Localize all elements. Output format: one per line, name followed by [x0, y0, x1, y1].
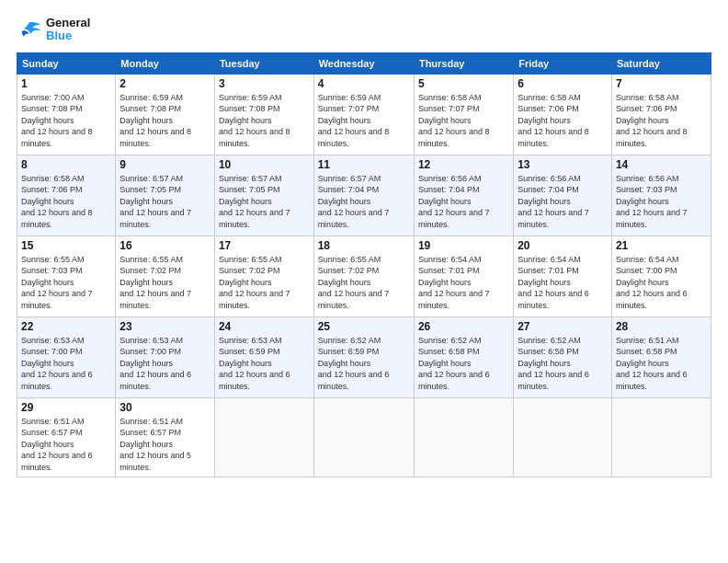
day-number: 27 [518, 320, 608, 333]
day-number: 3 [219, 77, 310, 90]
day-number: 18 [318, 239, 410, 252]
day-info: Sunrise: 6:53 AM Sunset: 6:59 PM Dayligh… [219, 335, 310, 393]
calendar-cell: 7 Sunrise: 6:58 AM Sunset: 7:06 PM Dayli… [611, 74, 711, 155]
day-info: Sunrise: 6:51 AM Sunset: 6:58 PM Dayligh… [616, 335, 707, 393]
calendar-header-row: Sunday Monday Tuesday Wednesday Thursday… [17, 52, 711, 74]
calendar-cell [214, 397, 313, 477]
calendar-cell: 6 Sunrise: 6:58 AM Sunset: 7:06 PM Dayli… [514, 74, 612, 155]
calendar-cell: 11 Sunrise: 6:57 AM Sunset: 7:04 PM Dayl… [313, 155, 414, 236]
day-number: 6 [518, 77, 608, 90]
calendar-cell: 24 Sunrise: 6:53 AM Sunset: 6:59 PM Dayl… [214, 316, 313, 397]
day-info: Sunrise: 6:58 AM Sunset: 7:06 PM Dayligh… [21, 173, 111, 231]
calendar-cell: 30 Sunrise: 6:51 AM Sunset: 6:57 PM Dayl… [116, 397, 215, 477]
day-info: Sunrise: 6:52 AM Sunset: 6:59 PM Dayligh… [318, 335, 410, 393]
day-number: 13 [518, 158, 608, 171]
day-number: 11 [318, 158, 410, 171]
calendar-cell: 2 Sunrise: 6:59 AM Sunset: 7:08 PM Dayli… [116, 74, 215, 155]
day-info: Sunrise: 6:56 AM Sunset: 7:03 PM Dayligh… [616, 173, 707, 231]
calendar-cell: 14 Sunrise: 6:56 AM Sunset: 7:03 PM Dayl… [611, 155, 711, 236]
day-number: 4 [318, 77, 410, 90]
calendar-cell: 29 Sunrise: 6:51 AM Sunset: 6:57 PM Dayl… [17, 397, 116, 477]
day-info: Sunrise: 6:58 AM Sunset: 7:06 PM Dayligh… [518, 92, 608, 150]
calendar-cell: 15 Sunrise: 6:55 AM Sunset: 7:03 PM Dayl… [17, 236, 116, 316]
day-number: 19 [418, 239, 509, 252]
logo-text: General Blue [46, 17, 90, 43]
page: General Blue Sunday Monday Tuesday Wedne… [0, 0, 728, 563]
day-number: 5 [418, 77, 509, 90]
day-number: 17 [219, 239, 310, 252]
day-number: 22 [21, 320, 111, 333]
calendar-cell: 1 Sunrise: 7:00 AM Sunset: 7:08 PM Dayli… [17, 74, 116, 155]
calendar-cell: 26 Sunrise: 6:52 AM Sunset: 6:58 PM Dayl… [414, 316, 513, 397]
day-number: 24 [219, 320, 310, 333]
day-info: Sunrise: 6:59 AM Sunset: 7:07 PM Dayligh… [318, 92, 410, 150]
day-info: Sunrise: 7:00 AM Sunset: 7:08 PM Dayligh… [21, 92, 111, 150]
day-info: Sunrise: 6:59 AM Sunset: 7:08 PM Dayligh… [119, 92, 210, 150]
col-tuesday: Tuesday [214, 52, 313, 74]
calendar-cell: 8 Sunrise: 6:58 AM Sunset: 7:06 PM Dayli… [17, 155, 116, 236]
day-number: 20 [518, 239, 608, 252]
logo-icon [17, 19, 42, 40]
calendar-cell: 16 Sunrise: 6:55 AM Sunset: 7:02 PM Dayl… [116, 236, 215, 316]
calendar-cell: 23 Sunrise: 6:53 AM Sunset: 7:00 PM Dayl… [116, 316, 215, 397]
calendar-cell: 10 Sunrise: 6:57 AM Sunset: 7:05 PM Dayl… [214, 155, 313, 236]
col-thursday: Thursday [414, 52, 513, 74]
day-number: 30 [119, 401, 210, 414]
calendar-cell [611, 397, 711, 477]
day-number: 15 [21, 239, 111, 252]
header: General Blue [17, 17, 711, 43]
day-info: Sunrise: 6:57 AM Sunset: 7:05 PM Dayligh… [219, 173, 310, 231]
calendar-cell [313, 397, 414, 477]
calendar-cell: 18 Sunrise: 6:55 AM Sunset: 7:02 PM Dayl… [313, 236, 414, 316]
day-number: 7 [616, 77, 707, 90]
calendar-cell: 28 Sunrise: 6:51 AM Sunset: 6:58 PM Dayl… [611, 316, 711, 397]
day-number: 10 [219, 158, 310, 171]
day-info: Sunrise: 6:55 AM Sunset: 7:02 PM Dayligh… [318, 254, 410, 312]
day-info: Sunrise: 6:51 AM Sunset: 6:57 PM Dayligh… [119, 416, 210, 474]
calendar-cell: 3 Sunrise: 6:59 AM Sunset: 7:08 PM Dayli… [214, 74, 313, 155]
calendar-table: Sunday Monday Tuesday Wednesday Thursday… [17, 52, 711, 477]
logo: General Blue [17, 17, 90, 43]
calendar-cell: 25 Sunrise: 6:52 AM Sunset: 6:59 PM Dayl… [313, 316, 414, 397]
day-number: 28 [616, 320, 707, 333]
day-info: Sunrise: 6:52 AM Sunset: 6:58 PM Dayligh… [518, 335, 608, 393]
col-wednesday: Wednesday [313, 52, 414, 74]
day-number: 25 [318, 320, 410, 333]
calendar-cell: 20 Sunrise: 6:54 AM Sunset: 7:01 PM Dayl… [514, 236, 612, 316]
calendar-cell [414, 397, 513, 477]
calendar-cell: 17 Sunrise: 6:55 AM Sunset: 7:02 PM Dayl… [214, 236, 313, 316]
day-number: 21 [616, 239, 707, 252]
day-info: Sunrise: 6:54 AM Sunset: 7:00 PM Dayligh… [616, 254, 707, 312]
day-number: 23 [119, 320, 210, 333]
day-info: Sunrise: 6:59 AM Sunset: 7:08 PM Dayligh… [219, 92, 310, 150]
day-info: Sunrise: 6:56 AM Sunset: 7:04 PM Dayligh… [418, 173, 509, 231]
calendar-cell: 22 Sunrise: 6:53 AM Sunset: 7:00 PM Dayl… [17, 316, 116, 397]
calendar-cell: 4 Sunrise: 6:59 AM Sunset: 7:07 PM Dayli… [313, 74, 414, 155]
day-number: 1 [21, 77, 111, 90]
day-info: Sunrise: 6:56 AM Sunset: 7:04 PM Dayligh… [518, 173, 608, 231]
calendar-cell: 12 Sunrise: 6:56 AM Sunset: 7:04 PM Dayl… [414, 155, 513, 236]
day-info: Sunrise: 6:53 AM Sunset: 7:00 PM Dayligh… [21, 335, 111, 393]
col-saturday: Saturday [611, 52, 711, 74]
day-info: Sunrise: 6:54 AM Sunset: 7:01 PM Dayligh… [418, 254, 509, 312]
day-number: 14 [616, 158, 707, 171]
calendar-cell: 13 Sunrise: 6:56 AM Sunset: 7:04 PM Dayl… [514, 155, 612, 236]
day-info: Sunrise: 6:51 AM Sunset: 6:57 PM Dayligh… [21, 416, 111, 474]
day-number: 12 [418, 158, 509, 171]
day-number: 29 [21, 401, 111, 414]
day-info: Sunrise: 6:58 AM Sunset: 7:06 PM Dayligh… [616, 92, 707, 150]
day-info: Sunrise: 6:53 AM Sunset: 7:00 PM Dayligh… [119, 335, 210, 393]
col-monday: Monday [116, 52, 215, 74]
day-info: Sunrise: 6:55 AM Sunset: 7:02 PM Dayligh… [119, 254, 210, 312]
calendar-cell: 5 Sunrise: 6:58 AM Sunset: 7:07 PM Dayli… [414, 74, 513, 155]
calendar-cell: 9 Sunrise: 6:57 AM Sunset: 7:05 PM Dayli… [116, 155, 215, 236]
day-info: Sunrise: 6:55 AM Sunset: 7:03 PM Dayligh… [21, 254, 111, 312]
day-info: Sunrise: 6:57 AM Sunset: 7:04 PM Dayligh… [318, 173, 410, 231]
day-number: 26 [418, 320, 509, 333]
day-info: Sunrise: 6:58 AM Sunset: 7:07 PM Dayligh… [418, 92, 509, 150]
calendar-cell: 27 Sunrise: 6:52 AM Sunset: 6:58 PM Dayl… [514, 316, 612, 397]
day-number: 2 [119, 77, 210, 90]
col-sunday: Sunday [17, 52, 116, 74]
day-number: 8 [21, 158, 111, 171]
col-friday: Friday [514, 52, 612, 74]
